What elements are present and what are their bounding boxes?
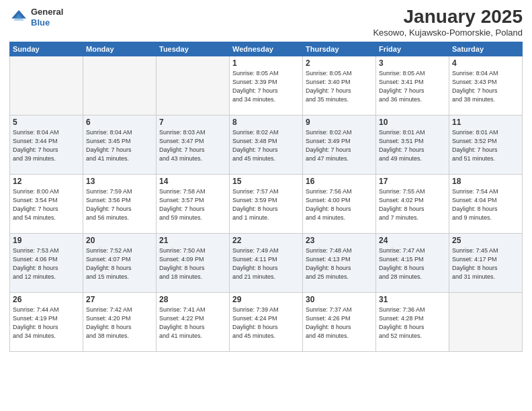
table-row: 26Sunrise: 7:44 AM Sunset: 4:19 PM Dayli…: [10, 292, 83, 351]
table-row: 6Sunrise: 8:04 AM Sunset: 3:45 PM Daylig…: [83, 115, 157, 174]
day-number: 10: [379, 118, 446, 127]
page: General Blue January 2025 Kesowo, Kujaws…: [0, 0, 532, 411]
logo-general: General: [31, 7, 63, 17]
table-row: [449, 292, 523, 351]
table-row: 7Sunrise: 8:03 AM Sunset: 3:47 PM Daylig…: [157, 115, 230, 174]
table-row: 23Sunrise: 7:48 AM Sunset: 4:13 PM Dayli…: [303, 233, 376, 292]
table-row: 11Sunrise: 8:01 AM Sunset: 3:52 PM Dayli…: [449, 115, 523, 174]
day-info: Sunrise: 7:45 AM Sunset: 4:17 PM Dayligh…: [452, 246, 519, 281]
header-sunday: Sunday: [10, 42, 83, 56]
day-info: Sunrise: 8:03 AM Sunset: 3:47 PM Dayligh…: [159, 128, 226, 163]
calendar-row-4: 26Sunrise: 7:44 AM Sunset: 4:19 PM Dayli…: [10, 292, 523, 351]
day-number: 22: [232, 236, 300, 245]
day-number: 19: [13, 236, 80, 245]
table-row: 5Sunrise: 8:04 AM Sunset: 3:44 PM Daylig…: [10, 115, 83, 174]
day-number: 12: [13, 177, 80, 186]
day-info: Sunrise: 7:52 AM Sunset: 4:07 PM Dayligh…: [86, 246, 153, 281]
day-info: Sunrise: 7:53 AM Sunset: 4:06 PM Dayligh…: [13, 246, 80, 281]
day-number: 7: [159, 118, 226, 127]
table-row: 10Sunrise: 8:01 AM Sunset: 3:51 PM Dayli…: [376, 115, 449, 174]
day-number: 25: [452, 236, 519, 245]
day-info: Sunrise: 7:59 AM Sunset: 3:56 PM Dayligh…: [86, 187, 153, 222]
day-info: Sunrise: 7:44 AM Sunset: 4:19 PM Dayligh…: [13, 306, 80, 340]
header: General Blue January 2025 Kesowo, Kujaws…: [9, 7, 523, 38]
day-info: Sunrise: 8:01 AM Sunset: 3:51 PM Dayligh…: [379, 128, 446, 163]
table-row: [157, 56, 230, 115]
day-number: 14: [159, 177, 226, 186]
calendar: Sunday Monday Tuesday Wednesday Thursday…: [9, 42, 523, 352]
day-number: 24: [379, 236, 446, 245]
logo-icon: [9, 8, 28, 27]
day-number: 1: [232, 58, 300, 68]
day-info: Sunrise: 8:04 AM Sunset: 3:44 PM Dayligh…: [13, 128, 80, 163]
day-number: 27: [86, 295, 153, 304]
day-number: 29: [232, 295, 300, 304]
day-number: 16: [306, 177, 373, 186]
weekday-header-row: Sunday Monday Tuesday Wednesday Thursday…: [10, 42, 523, 56]
day-info: Sunrise: 7:54 AM Sunset: 4:04 PM Dayligh…: [452, 187, 519, 222]
day-number: 5: [13, 118, 80, 127]
day-info: Sunrise: 8:01 AM Sunset: 3:52 PM Dayligh…: [452, 128, 519, 163]
day-info: Sunrise: 7:39 AM Sunset: 4:24 PM Dayligh…: [232, 306, 300, 340]
table-row: 3Sunrise: 8:05 AM Sunset: 3:41 PM Daylig…: [376, 56, 449, 115]
day-info: Sunrise: 7:57 AM Sunset: 3:59 PM Dayligh…: [232, 187, 300, 222]
table-row: 14Sunrise: 7:58 AM Sunset: 3:57 PM Dayli…: [157, 174, 230, 233]
title-block: January 2025 Kesowo, Kujawsko-Pomorskie,…: [373, 7, 523, 38]
day-number: 28: [159, 295, 226, 304]
day-number: 21: [159, 236, 226, 245]
header-thursday: Thursday: [303, 42, 376, 56]
table-row: 31Sunrise: 7:36 AM Sunset: 4:28 PM Dayli…: [376, 292, 449, 351]
day-info: Sunrise: 7:56 AM Sunset: 4:00 PM Dayligh…: [306, 187, 373, 222]
day-info: Sunrise: 7:50 AM Sunset: 4:09 PM Dayligh…: [159, 246, 226, 281]
table-row: 29Sunrise: 7:39 AM Sunset: 4:24 PM Dayli…: [230, 292, 303, 351]
table-row: 2Sunrise: 8:05 AM Sunset: 3:40 PM Daylig…: [303, 56, 376, 115]
table-row: 20Sunrise: 7:52 AM Sunset: 4:07 PM Dayli…: [83, 233, 157, 292]
day-number: 17: [379, 177, 446, 186]
day-info: Sunrise: 7:58 AM Sunset: 3:57 PM Dayligh…: [159, 187, 226, 222]
header-wednesday: Wednesday: [230, 42, 303, 56]
day-number: 18: [452, 177, 519, 186]
day-info: Sunrise: 8:05 AM Sunset: 3:41 PM Dayligh…: [379, 69, 446, 104]
table-row: [83, 56, 157, 115]
day-info: Sunrise: 8:02 AM Sunset: 3:48 PM Dayligh…: [232, 128, 300, 163]
day-number: 3: [379, 58, 446, 68]
day-info: Sunrise: 8:02 AM Sunset: 3:49 PM Dayligh…: [306, 128, 373, 163]
day-number: 13: [86, 177, 153, 186]
header-monday: Monday: [83, 42, 157, 56]
day-info: Sunrise: 7:48 AM Sunset: 4:13 PM Dayligh…: [306, 246, 373, 281]
table-row: 1Sunrise: 8:05 AM Sunset: 3:39 PM Daylig…: [230, 56, 303, 115]
table-row: 24Sunrise: 7:47 AM Sunset: 4:15 PM Dayli…: [376, 233, 449, 292]
day-number: 15: [232, 177, 300, 186]
day-number: 2: [306, 58, 373, 68]
table-row: 13Sunrise: 7:59 AM Sunset: 3:56 PM Dayli…: [83, 174, 157, 233]
calendar-row-2: 12Sunrise: 8:00 AM Sunset: 3:54 PM Dayli…: [10, 174, 523, 233]
table-row: 16Sunrise: 7:56 AM Sunset: 4:00 PM Dayli…: [303, 174, 376, 233]
day-number: 11: [452, 118, 519, 127]
day-info: Sunrise: 8:04 AM Sunset: 3:45 PM Dayligh…: [86, 128, 153, 163]
day-info: Sunrise: 7:49 AM Sunset: 4:11 PM Dayligh…: [232, 246, 300, 281]
table-row: 25Sunrise: 7:45 AM Sunset: 4:17 PM Dayli…: [449, 233, 523, 292]
month-title: January 2025: [373, 7, 523, 28]
table-row: 17Sunrise: 7:55 AM Sunset: 4:02 PM Dayli…: [376, 174, 449, 233]
calendar-row-1: 5Sunrise: 8:04 AM Sunset: 3:44 PM Daylig…: [10, 115, 523, 174]
header-saturday: Saturday: [449, 42, 523, 56]
day-number: 6: [86, 118, 153, 127]
table-row: 28Sunrise: 7:41 AM Sunset: 4:22 PM Dayli…: [157, 292, 230, 351]
table-row: 21Sunrise: 7:50 AM Sunset: 4:09 PM Dayli…: [157, 233, 230, 292]
table-row: 8Sunrise: 8:02 AM Sunset: 3:48 PM Daylig…: [230, 115, 303, 174]
day-info: Sunrise: 7:47 AM Sunset: 4:15 PM Dayligh…: [379, 246, 446, 281]
day-info: Sunrise: 7:37 AM Sunset: 4:26 PM Dayligh…: [306, 306, 373, 340]
logo-text: General Blue: [31, 7, 63, 28]
calendar-row-3: 19Sunrise: 7:53 AM Sunset: 4:06 PM Dayli…: [10, 233, 523, 292]
day-info: Sunrise: 8:04 AM Sunset: 3:43 PM Dayligh…: [452, 69, 519, 104]
day-info: Sunrise: 8:05 AM Sunset: 3:40 PM Dayligh…: [306, 69, 373, 104]
header-tuesday: Tuesday: [157, 42, 230, 56]
table-row: 30Sunrise: 7:37 AM Sunset: 4:26 PM Dayli…: [303, 292, 376, 351]
day-number: 31: [379, 295, 446, 304]
day-number: 23: [306, 236, 373, 245]
table-row: 12Sunrise: 8:00 AM Sunset: 3:54 PM Dayli…: [10, 174, 83, 233]
day-number: 9: [306, 118, 373, 127]
day-number: 26: [13, 295, 80, 304]
day-info: Sunrise: 8:00 AM Sunset: 3:54 PM Dayligh…: [13, 187, 80, 222]
day-number: 4: [452, 58, 519, 68]
